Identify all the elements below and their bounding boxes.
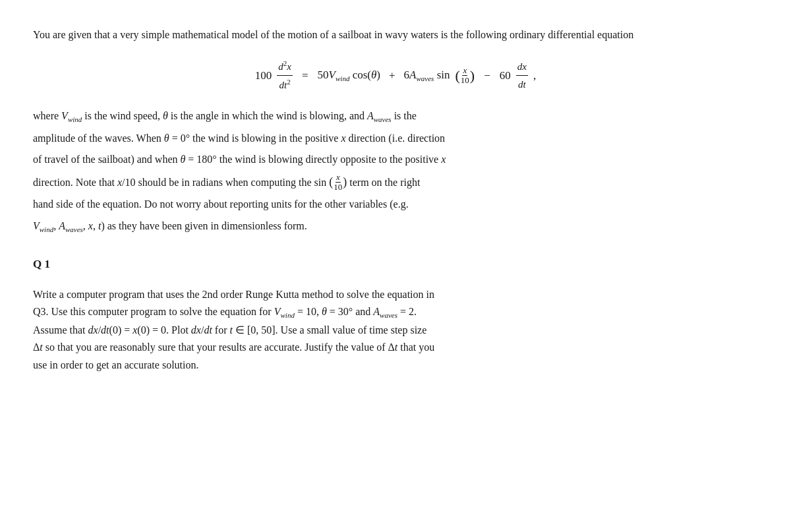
plus-sign: + (389, 67, 396, 84)
q1-body: Write a computer program that uses the 2… (33, 286, 758, 374)
equals-sign: = (302, 67, 308, 84)
x-over-10: x 10 (460, 66, 470, 86)
q1-line1: Write a computer program that uses the 2… (33, 286, 758, 303)
description-line2: amplitude of the waves. When θ = 0° the … (33, 130, 758, 147)
coeff-60: 60 (500, 67, 511, 84)
q1-line2: Q3. Use this computer program to solve t… (33, 303, 758, 321)
term-6Awaves: 6Awaves sin (404, 66, 450, 85)
q1-line4: Δt so that you are reasonably sure that … (33, 339, 758, 356)
equation-display: 100 d2x dt2 = 50Vwind cos(θ) + 6Awaves s… (33, 58, 758, 93)
coeff-100: 100 (255, 67, 272, 84)
intro-paragraph: You are given that a very simple mathema… (33, 26, 758, 44)
comma-after-eq: , (533, 67, 536, 84)
q1-line5: use in order to get an accurate solution… (33, 357, 758, 374)
fraction-d2x-dt2: d2x dt2 (277, 58, 293, 93)
fraction-dx-dt: dx dt (516, 59, 528, 92)
description-line3: of travel of the sailboat) and when θ = … (33, 151, 758, 168)
description-line4: direction. Note that x/10 should be in r… (33, 173, 758, 192)
description-line1: where Vwind is the wind speed, θ is the … (33, 107, 758, 125)
q1-header: Q 1 (33, 255, 758, 273)
description-line6: Vwind, Awaves, x, t) as they have been g… (33, 218, 758, 235)
description-line5: hand side of the equation. Do not worry … (33, 196, 758, 213)
minus-sign: − (484, 67, 490, 84)
term-50Vwind: 50Vwind cos(θ) (318, 66, 380, 85)
description-block: where Vwind is the wind speed, θ is the … (33, 107, 758, 235)
sin-argument: ( x 10 ) (455, 66, 475, 86)
q1-line3: Assume that dx/dt(0) = x(0) = 0. Plot dx… (33, 322, 758, 339)
equation-content: 100 d2x dt2 = 50Vwind cos(θ) + 6Awaves s… (255, 58, 536, 93)
